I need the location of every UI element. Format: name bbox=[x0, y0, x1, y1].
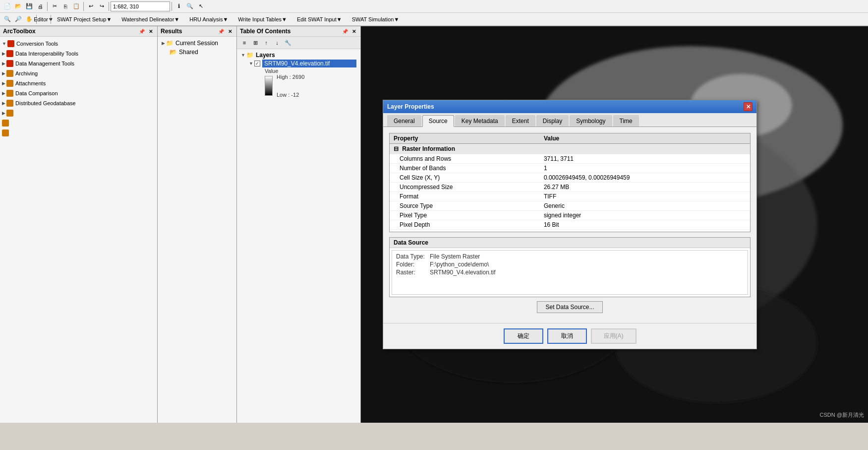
find-btn[interactable]: 🔍 bbox=[185, 1, 195, 11]
cut-btn[interactable]: ✂ bbox=[50, 1, 59, 11]
toolbox-icon8 bbox=[6, 110, 13, 117]
data-source-content: Data Type: File System Raster Folder: F:… bbox=[392, 250, 748, 295]
write-input-btn[interactable]: Write Input Tables▼ bbox=[233, 14, 291, 25]
toolbox-label6: Data Comparison bbox=[15, 90, 58, 96]
toolbox-icon bbox=[7, 40, 14, 47]
prop-uncompressed-label: Uncompressed Size bbox=[390, 183, 540, 192]
toc-panel: Table Of Contents 📌 ✕ ≡ ⊞ ↑ ↓ 🔧 ▼ 📁 Laye… bbox=[237, 26, 361, 423]
paste-btn[interactable]: 📋 bbox=[71, 1, 81, 11]
col-property: Property bbox=[390, 133, 540, 144]
tab-general[interactable]: General bbox=[387, 115, 421, 127]
toolbox-item-interop[interactable]: ▶ Data Interoperability Tools bbox=[0, 49, 157, 59]
toc-layer-item[interactable]: SRTM90_V4.elevation.tif bbox=[262, 60, 356, 67]
main-area: ArcToolbox 📌 ✕ ▼ Conversion Tools ▶ Data… bbox=[0, 26, 868, 423]
editor-dropdown[interactable]: Editor▼ bbox=[39, 14, 49, 24]
toolbox-item-extra3[interactable] bbox=[0, 128, 157, 138]
expand-icon4: ▶ bbox=[2, 71, 5, 76]
expand-icon8: ▶ bbox=[2, 111, 5, 116]
toc-layers-section: ▼ 📁 Layers ▼ SRTM90_V4.elevation.tif Val… bbox=[241, 51, 356, 98]
tab-source[interactable]: Source bbox=[422, 115, 454, 127]
layer-checkbox[interactable] bbox=[254, 61, 260, 66]
print-btn[interactable]: 🖨 bbox=[35, 1, 45, 11]
table-row: Number of Bands 1 bbox=[390, 164, 750, 173]
section-toggle[interactable]: ⊟ bbox=[394, 145, 399, 152]
toolbox-item-distributed[interactable]: ▶ Distributed Geodatabase bbox=[0, 98, 157, 108]
results-shared[interactable]: 📂 Shared bbox=[162, 48, 232, 57]
toolbox-item-extra1[interactable]: ▶ bbox=[0, 108, 157, 118]
results-close-icon[interactable]: ✕ bbox=[227, 28, 233, 35]
dialog-close-btn[interactable]: ✕ bbox=[744, 102, 752, 111]
toc-close-icon[interactable]: ✕ bbox=[350, 28, 357, 35]
toc-pin-icon[interactable]: 📌 bbox=[341, 28, 349, 35]
toolbox-item-compare[interactable]: ▶ Data Comparison bbox=[0, 88, 157, 98]
cancel-button[interactable]: 取消 bbox=[547, 328, 587, 344]
property-table: Property Value ⊟ Raster Information bbox=[390, 133, 750, 232]
toolbox-icon7 bbox=[6, 100, 13, 107]
zoom-in-btn[interactable]: 🔍 bbox=[2, 14, 12, 24]
redo-btn[interactable]: ↪ bbox=[97, 1, 107, 11]
results-current-session[interactable]: ▶ 📁 Current Session bbox=[162, 39, 232, 48]
tab-time[interactable]: Time bbox=[613, 115, 639, 127]
tab-symbology[interactable]: Symbology bbox=[570, 115, 612, 127]
hru-btn[interactable]: HRU Analysis▼ bbox=[185, 14, 232, 25]
tab-key-metadata[interactable]: Key Metadata bbox=[455, 115, 505, 127]
toc-btn1[interactable]: ≡ bbox=[239, 38, 249, 48]
layer-expand-icon: ▼ bbox=[249, 61, 253, 66]
table-row: Uncompressed Size 26.27 MB bbox=[390, 183, 750, 192]
tab-extent[interactable]: Extent bbox=[506, 115, 535, 127]
zoom-out-btn[interactable]: 🔎 bbox=[13, 14, 23, 24]
results-pin-icon[interactable]: 📌 bbox=[217, 28, 226, 35]
apply-button[interactable]: 应用(A) bbox=[591, 328, 637, 344]
swat-project-btn[interactable]: SWAT Project Setup▼ bbox=[53, 14, 116, 25]
dialog-footer: 确定 取消 应用(A) bbox=[383, 323, 756, 349]
pan-btn[interactable]: ✋ bbox=[24, 14, 34, 24]
toolbox-item-datamanage[interactable]: ▶ Data Management Tools bbox=[0, 59, 157, 68]
swat-sim-btn[interactable]: SWAT Simulation▼ bbox=[347, 14, 404, 25]
prop-sourcetype-label: Source Type bbox=[390, 201, 540, 211]
tab-display[interactable]: Display bbox=[536, 115, 569, 127]
edit-swat-btn[interactable]: Edit SWAT Input▼ bbox=[292, 14, 347, 25]
set-datasource-button[interactable]: Set Data Source... bbox=[537, 301, 602, 313]
results-tree: ▶ 📁 Current Session 📂 Shared bbox=[158, 37, 236, 59]
toc-btn3[interactable]: ↑ bbox=[261, 38, 271, 48]
toc-layers-folder[interactable]: ▼ 📁 Layers bbox=[241, 51, 356, 59]
copy-btn[interactable]: ⎘ bbox=[60, 1, 70, 11]
shared-label: Shared bbox=[179, 49, 198, 56]
prop-cellsize-value: 0.00026949459, 0.00026949459 bbox=[540, 173, 750, 183]
coord-input[interactable] bbox=[111, 1, 170, 11]
toc-toolbar: ≡ ⊞ ↑ ↓ 🔧 bbox=[237, 37, 360, 49]
toolbox-icon5 bbox=[6, 80, 13, 87]
toc-btn4[interactable]: ↓ bbox=[272, 38, 282, 48]
toolbox-icon6 bbox=[6, 90, 13, 97]
sep4 bbox=[172, 2, 172, 11]
prop-bands-value: 1 bbox=[540, 164, 750, 173]
toolbox-label7: Distributed Geodatabase bbox=[15, 100, 76, 106]
toc-panel-icons: 📌 ✕ bbox=[341, 28, 357, 35]
toolbox-item-archiving[interactable]: ▶ Archiving bbox=[0, 68, 157, 78]
toc-btn2[interactable]: ⊞ bbox=[250, 38, 260, 48]
datasource-folder-label: Folder: bbox=[396, 261, 426, 268]
panel-pin-icon[interactable]: 📌 bbox=[137, 28, 146, 35]
watershed-btn[interactable]: Watershed Delineator▼ bbox=[117, 14, 184, 25]
select-btn[interactable]: ↖ bbox=[196, 1, 206, 11]
open-btn[interactable]: 📂 bbox=[13, 1, 23, 11]
col-value: Value bbox=[540, 133, 750, 144]
toolbox-icon2 bbox=[6, 50, 13, 57]
session-icon: 📁 bbox=[166, 40, 174, 47]
toc-btn5[interactable]: 🔧 bbox=[283, 38, 293, 48]
toolbox-item-conversion[interactable]: ▼ Conversion Tools bbox=[0, 39, 157, 49]
panel-close-icon[interactable]: ✕ bbox=[147, 28, 154, 35]
undo-btn[interactable]: ↩ bbox=[86, 1, 96, 11]
identify-btn[interactable]: ℹ bbox=[174, 1, 184, 11]
toolbox-item-extra2[interactable] bbox=[0, 118, 157, 128]
save-btn[interactable]: 💾 bbox=[24, 1, 34, 11]
low-label: Low : -12 bbox=[277, 92, 304, 98]
sep3 bbox=[109, 2, 109, 11]
prop-columns-rows-value: 3711, 3711 bbox=[540, 154, 750, 164]
ok-button[interactable]: 确定 bbox=[504, 328, 543, 344]
new-btn[interactable]: 📄 bbox=[2, 1, 12, 11]
toolbox-item-attachments[interactable]: ▶ Attachments bbox=[0, 78, 157, 88]
high-label: High : 2690 bbox=[277, 74, 304, 80]
swat-toolbar: SWAT Project Setup▼ Watershed Delineator… bbox=[53, 14, 404, 25]
value-label: Value bbox=[265, 68, 356, 74]
